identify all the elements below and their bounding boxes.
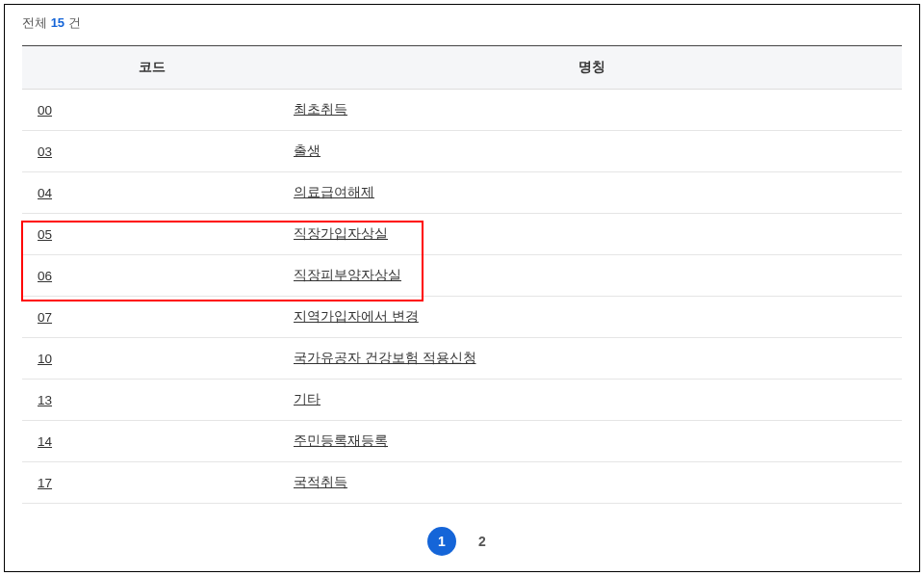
code-cell: 04	[22, 172, 282, 214]
code-link[interactable]: 03	[38, 144, 52, 159]
summary-suffix: 건	[64, 15, 81, 30]
code-cell: 13	[22, 380, 282, 421]
table-row: 03출생	[22, 131, 902, 172]
table-row: 14주민등록재등록	[22, 421, 902, 462]
page-button[interactable]: 1	[427, 527, 456, 556]
content-frame: 전체 15 건 코드 명칭 00최초취득03출생04의료급여해제05직장가입자상…	[4, 4, 920, 572]
code-cell: 05	[22, 214, 282, 255]
name-link[interactable]: 직장피부양자상실	[294, 268, 401, 282]
table-row: 05직장가입자상실	[22, 214, 902, 255]
name-link[interactable]: 국적취득	[294, 475, 347, 489]
code-link[interactable]: 05	[38, 227, 52, 242]
table-row: 00최초취득	[22, 90, 902, 131]
name-link[interactable]: 지역가입자에서 변경	[294, 309, 419, 324]
table-row: 04의료급여해제	[22, 172, 902, 214]
table-row: 13기타	[22, 380, 902, 421]
summary-count: 15	[51, 15, 64, 30]
code-link[interactable]: 17	[38, 476, 52, 490]
page-button[interactable]: 2	[468, 527, 497, 556]
name-link[interactable]: 기타	[294, 392, 321, 406]
name-link[interactable]: 최초취득	[294, 102, 347, 117]
code-table: 코드 명칭 00최초취득03출생04의료급여해제05직장가입자상실06직장피부양…	[22, 45, 902, 504]
pagination: 12	[22, 527, 902, 556]
name-link[interactable]: 국가유공자 건강보험 적용신청	[294, 351, 476, 365]
header-code: 코드	[22, 46, 282, 90]
name-cell: 국적취득	[282, 462, 902, 504]
header-name: 명칭	[282, 46, 902, 90]
table-row: 06직장피부양자상실	[22, 255, 902, 297]
table-row: 10국가유공자 건강보험 적용신청	[22, 338, 902, 380]
code-cell: 10	[22, 338, 282, 380]
name-cell: 국가유공자 건강보험 적용신청	[282, 338, 902, 380]
name-cell: 최초취득	[282, 90, 902, 131]
result-summary: 전체 15 건	[22, 14, 902, 32]
name-link[interactable]: 의료급여해제	[294, 185, 374, 199]
name-link[interactable]: 주민등록재등록	[294, 433, 388, 448]
summary-prefix: 전체	[22, 15, 47, 30]
name-cell: 직장가입자상실	[282, 214, 902, 255]
name-link[interactable]: 출생	[294, 144, 321, 158]
name-cell: 직장피부양자상실	[282, 255, 902, 297]
code-link[interactable]: 06	[38, 269, 52, 283]
code-link[interactable]: 00	[38, 103, 52, 118]
name-cell: 기타	[282, 380, 902, 421]
name-cell: 출생	[282, 131, 902, 172]
code-cell: 06	[22, 255, 282, 297]
name-cell: 주민등록재등록	[282, 421, 902, 462]
code-link[interactable]: 14	[38, 434, 52, 449]
code-cell: 17	[22, 462, 282, 504]
code-link[interactable]: 04	[38, 186, 52, 200]
name-cell: 의료급여해제	[282, 172, 902, 214]
code-link[interactable]: 10	[38, 352, 52, 366]
code-cell: 00	[22, 90, 282, 131]
table-row: 17국적취득	[22, 462, 902, 504]
name-cell: 지역가입자에서 변경	[282, 297, 902, 338]
code-cell: 14	[22, 421, 282, 462]
code-cell: 07	[22, 297, 282, 338]
code-link[interactable]: 07	[38, 310, 52, 325]
name-link[interactable]: 직장가입자상실	[294, 226, 388, 241]
code-link[interactable]: 13	[38, 393, 52, 407]
table-row: 07지역가입자에서 변경	[22, 297, 902, 338]
code-cell: 03	[22, 131, 282, 172]
